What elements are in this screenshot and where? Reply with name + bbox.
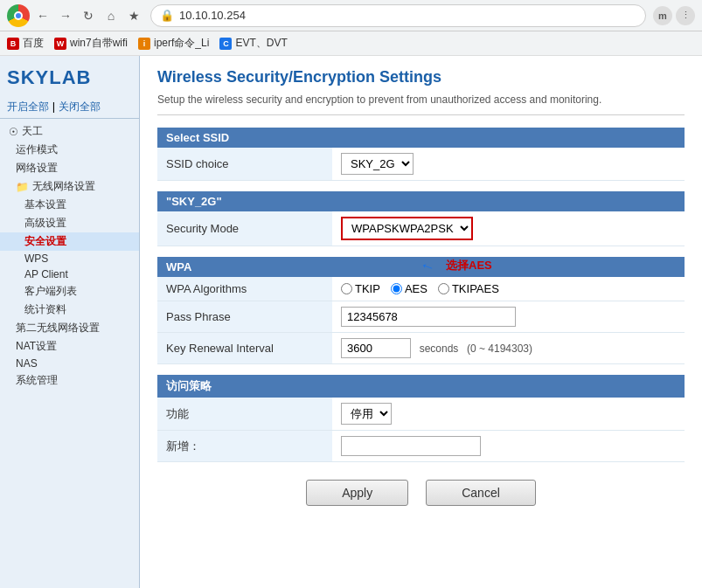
annotation-text: 选择AES bbox=[446, 258, 492, 273]
nav-buttons: ← → ↻ ⌂ ★ bbox=[7, 4, 143, 27]
sidebar-item-wps[interactable]: WPS bbox=[0, 251, 139, 266]
evt-favicon: C bbox=[219, 38, 232, 50]
tiangong-icon: ☉ bbox=[9, 126, 18, 138]
aes-radio[interactable] bbox=[391, 283, 402, 294]
add-new-input[interactable] bbox=[341, 436, 481, 456]
bookmarks-bar: B 百度 W win7自带wifi i iperf命令_Li C EVT、DVT bbox=[0, 31, 702, 56]
function-label: 功能 bbox=[157, 398, 332, 431]
ssid-choice-select[interactable]: SKY_2G SKY_5G bbox=[341, 153, 414, 175]
tkipaes-radio[interactable] bbox=[438, 283, 449, 294]
tkip-option[interactable]: TKIP bbox=[341, 282, 380, 295]
sidebar-item-nas[interactable]: NAS bbox=[0, 356, 139, 371]
sidebar-item-security-settings[interactable]: 安全设置 bbox=[0, 232, 139, 251]
logo-text: SKYLAB bbox=[7, 66, 132, 89]
expand-all-link[interactable]: 开启全部 bbox=[7, 100, 49, 113]
sidebar-item-ap-client[interactable]: AP Client bbox=[0, 266, 139, 282]
key-renewal-label: Key Renewal Interval bbox=[157, 333, 332, 364]
select-ssid-section: Select SSID SSID choice SKY_2G SKY_5G bbox=[157, 128, 685, 181]
bookmark-evt[interactable]: C EVT、DVT bbox=[219, 36, 287, 51]
wpa-section: WPA WPA Algorithms TKIP AES bbox=[157, 257, 685, 364]
tkip-radio[interactable] bbox=[341, 283, 352, 294]
lock-icon: 🔒 bbox=[160, 9, 174, 22]
sidebar-item-system-management[interactable]: 系统管理 bbox=[0, 371, 139, 390]
security-mode-select[interactable]: WPAPSKWPA2PSK Disable WEP WPAPSK WPA2PSK bbox=[341, 217, 473, 240]
pass-phrase-label: Pass Phrase bbox=[157, 301, 332, 333]
aes-label: AES bbox=[405, 282, 427, 295]
address-bar[interactable]: 🔒 10.10.10.254 bbox=[150, 4, 646, 27]
key-renewal-range: (0 ~ 4194303) bbox=[467, 342, 532, 355]
aes-option[interactable]: AES bbox=[391, 282, 427, 295]
tkipaes-label: TKIPAES bbox=[452, 282, 499, 295]
iperf-favicon: i bbox=[138, 38, 150, 50]
wpa-algorithms-label: WPA Algorithms bbox=[157, 277, 332, 301]
bookmark-button[interactable]: ★ bbox=[124, 6, 143, 25]
home-button[interactable]: ⌂ bbox=[101, 6, 121, 25]
sidebar-item-basic-settings[interactable]: 基本设置 bbox=[0, 196, 139, 214]
ssid-choice-label: SSID choice bbox=[157, 148, 332, 181]
key-renewal-input[interactable]: 3600 bbox=[341, 338, 411, 358]
security-mode-label: Security Mode bbox=[157, 211, 332, 246]
select-ssid-header: Select SSID bbox=[157, 128, 685, 148]
sidebar-item-tiangong[interactable]: ☉ 天工 bbox=[0, 122, 139, 141]
page-title: Wireless Security/Encryption Settings bbox=[157, 68, 685, 86]
sky2g-section: "SKY_2G" Security Mode WPAPSKWPA2PSK Dis… bbox=[157, 191, 685, 246]
pass-phrase-input[interactable]: 12345678 bbox=[341, 307, 516, 327]
tkipaes-option[interactable]: TKIPAES bbox=[438, 282, 499, 295]
sidebar-item-stats[interactable]: 统计资料 bbox=[0, 301, 139, 319]
apply-button[interactable]: Apply bbox=[306, 480, 408, 506]
sidebar-item-advanced-settings[interactable]: 高级设置 bbox=[0, 214, 139, 232]
sidebar-item-wireless-settings[interactable]: 📁 无线网络设置 bbox=[0, 177, 139, 196]
ssid-choice-row: SSID choice SKY_2G SKY_5G bbox=[157, 148, 685, 181]
bookmark-wifi[interactable]: W win7自带wifi bbox=[54, 36, 128, 51]
wpa-algorithms-radio-group: TKIP AES TKIPAES → bbox=[341, 282, 676, 295]
bookmark-baidu[interactable]: B 百度 bbox=[7, 36, 44, 51]
collapse-all-link[interactable]: 关闭全部 bbox=[59, 100, 101, 113]
wpa-table: WPA Algorithms TKIP AES bbox=[157, 277, 685, 364]
browser-toolbar: ← → ↻ ⌂ ★ 🔒 10.10.10.254 m ⋮ bbox=[0, 0, 702, 31]
access-policy-header: 访问策略 bbox=[157, 375, 685, 398]
select-ssid-table: SSID choice SKY_2G SKY_5G bbox=[157, 148, 685, 181]
function-select[interactable]: 停用 允许 拒绝 bbox=[341, 403, 392, 425]
url-text: 10.10.10.254 bbox=[179, 9, 246, 22]
key-renewal-row: Key Renewal Interval 3600 seconds (0 ~ 4… bbox=[157, 333, 685, 364]
add-new-row: 新增： bbox=[157, 431, 685, 462]
logo: SKYLAB bbox=[0, 61, 139, 96]
sidebar-item-client-list[interactable]: 客户端列表 bbox=[0, 282, 139, 301]
folder-icon: 📁 bbox=[16, 181, 29, 193]
chrome-icon bbox=[7, 4, 30, 27]
sidebar: SKYLAB 开启全部 | 关闭全部 ☉ 天工 运作模式 网络设置 📁 无线网络… bbox=[0, 56, 140, 588]
access-policy-section: 访问策略 功能 停用 允许 拒绝 新增： bbox=[157, 375, 685, 462]
bookmark-iperf[interactable]: i iperf命令_Li bbox=[138, 36, 209, 51]
cancel-button[interactable]: Cancel bbox=[426, 480, 536, 506]
forward-button[interactable]: → bbox=[56, 6, 75, 25]
sidebar-item-nat[interactable]: NAT设置 bbox=[0, 337, 139, 356]
profile-icon[interactable]: m bbox=[653, 6, 672, 25]
baidu-favicon: B bbox=[7, 38, 19, 50]
wifi-favicon: W bbox=[54, 38, 66, 50]
access-policy-table: 功能 停用 允许 拒绝 新增： bbox=[157, 398, 685, 462]
sky2g-table: Security Mode WPAPSKWPA2PSK Disable WEP … bbox=[157, 211, 685, 246]
reload-button[interactable]: ↻ bbox=[79, 6, 98, 25]
page-wrapper: SKYLAB 开启全部 | 关闭全部 ☉ 天工 运作模式 网络设置 📁 无线网络… bbox=[0, 56, 702, 588]
menu-icon[interactable]: ⋮ bbox=[676, 6, 695, 25]
wpa-algorithms-row: WPA Algorithms TKIP AES bbox=[157, 277, 685, 301]
tkip-label: TKIP bbox=[355, 282, 380, 295]
button-row: Apply Cancel bbox=[157, 480, 685, 506]
back-button[interactable]: ← bbox=[33, 6, 52, 25]
key-renewal-unit: seconds bbox=[420, 342, 459, 355]
sidebar-item-second-wireless[interactable]: 第二无线网络设置 bbox=[0, 319, 139, 337]
main-content: Wireless Security/Encryption Settings Se… bbox=[140, 56, 702, 588]
sidebar-item-network-settings[interactable]: 网络设置 bbox=[0, 159, 139, 177]
sidebar-toggle-links: 开启全部 | 关闭全部 bbox=[0, 96, 139, 119]
pass-phrase-row: Pass Phrase 12345678 bbox=[157, 301, 685, 333]
add-new-label: 新增： bbox=[157, 431, 332, 462]
security-mode-row: Security Mode WPAPSKWPA2PSK Disable WEP … bbox=[157, 211, 685, 246]
sidebar-item-operation-mode[interactable]: 运作模式 bbox=[0, 141, 139, 159]
page-description: Setup the wireless security and encrypti… bbox=[157, 93, 685, 115]
sky2g-header: "SKY_2G" bbox=[157, 191, 685, 211]
function-row: 功能 停用 允许 拒绝 bbox=[157, 398, 685, 431]
